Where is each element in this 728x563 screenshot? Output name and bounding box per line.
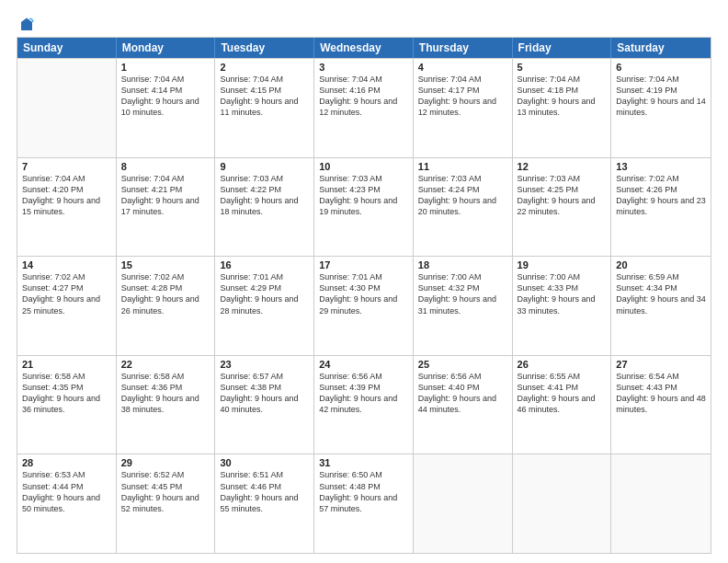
calendar-header-cell: Sunday (17, 38, 117, 58)
day-number: 27 (616, 359, 706, 370)
cell-info: Sunrise: 7:04 AM Sunset: 4:19 PM Dayligh… (616, 74, 706, 119)
header (17, 17, 711, 29)
day-number: 5 (518, 62, 607, 73)
cell-info: Sunrise: 7:02 AM Sunset: 4:28 PM Dayligh… (121, 271, 210, 316)
cell-info: Sunrise: 7:04 AM Sunset: 4:14 PM Dayligh… (121, 74, 210, 119)
day-number: 13 (616, 161, 706, 172)
calendar-cell: 25Sunrise: 6:56 AM Sunset: 4:40 PM Dayli… (414, 356, 513, 454)
calendar-cell (414, 454, 513, 553)
calendar-header-row: SundayMondayTuesdayWednesdayThursdayFrid… (17, 38, 711, 58)
calendar-cell: 26Sunrise: 6:55 AM Sunset: 4:41 PM Dayli… (513, 356, 612, 454)
day-number: 23 (220, 359, 309, 370)
calendar-cell: 2Sunrise: 7:04 AM Sunset: 4:15 PM Daylig… (215, 59, 314, 157)
calendar-header-cell: Thursday (414, 38, 513, 58)
calendar-cell: 1Sunrise: 7:04 AM Sunset: 4:14 PM Daylig… (117, 59, 216, 157)
cell-info: Sunrise: 7:04 AM Sunset: 4:16 PM Dayligh… (319, 74, 408, 119)
calendar-cell: 30Sunrise: 6:51 AM Sunset: 4:46 PM Dayli… (215, 454, 314, 553)
cell-info: Sunrise: 6:56 AM Sunset: 4:39 PM Dayligh… (319, 371, 408, 416)
day-number: 29 (121, 457, 210, 468)
cell-info: Sunrise: 6:52 AM Sunset: 4:45 PM Dayligh… (121, 469, 210, 514)
day-number: 8 (121, 161, 210, 172)
cell-info: Sunrise: 7:02 AM Sunset: 4:27 PM Dayligh… (22, 271, 111, 316)
logo-icon (18, 17, 35, 33)
cell-info: Sunrise: 7:03 AM Sunset: 4:24 PM Dayligh… (418, 173, 507, 218)
day-number: 1 (121, 62, 210, 73)
calendar-week-row: 28Sunrise: 6:53 AM Sunset: 4:44 PM Dayli… (17, 454, 711, 553)
cell-info: Sunrise: 7:04 AM Sunset: 4:18 PM Dayligh… (518, 74, 607, 119)
day-number: 16 (220, 259, 309, 270)
cell-info: Sunrise: 7:04 AM Sunset: 4:21 PM Dayligh… (121, 173, 210, 218)
calendar-week-row: 14Sunrise: 7:02 AM Sunset: 4:27 PM Dayli… (17, 256, 711, 355)
day-number: 25 (418, 359, 507, 370)
cell-info: Sunrise: 7:04 AM Sunset: 4:20 PM Dayligh… (22, 173, 111, 218)
calendar-cell: 11Sunrise: 7:03 AM Sunset: 4:24 PM Dayli… (414, 158, 513, 257)
cell-info: Sunrise: 7:01 AM Sunset: 4:29 PM Dayligh… (220, 271, 309, 316)
calendar-cell: 8Sunrise: 7:04 AM Sunset: 4:21 PM Daylig… (117, 158, 216, 257)
cell-info: Sunrise: 7:00 AM Sunset: 4:33 PM Dayligh… (518, 271, 607, 316)
calendar-cell: 3Sunrise: 7:04 AM Sunset: 4:16 PM Daylig… (314, 59, 414, 157)
day-number: 2 (220, 62, 309, 73)
calendar-header-cell: Tuesday (215, 38, 314, 58)
calendar-header-cell: Wednesday (314, 38, 414, 58)
day-number: 26 (518, 359, 607, 370)
calendar-cell: 13Sunrise: 7:02 AM Sunset: 4:26 PM Dayli… (611, 158, 711, 257)
cell-info: Sunrise: 6:57 AM Sunset: 4:38 PM Dayligh… (220, 371, 309, 416)
calendar-cell (611, 454, 711, 553)
calendar-cell: 31Sunrise: 6:50 AM Sunset: 4:48 PM Dayli… (314, 454, 414, 553)
day-number: 6 (616, 62, 706, 73)
calendar-header-cell: Friday (513, 38, 612, 58)
calendar-cell: 29Sunrise: 6:52 AM Sunset: 4:45 PM Dayli… (117, 454, 216, 553)
day-number: 30 (220, 457, 309, 468)
logo (17, 17, 35, 29)
day-number: 11 (418, 161, 507, 172)
day-number: 22 (121, 359, 210, 370)
calendar-cell (17, 59, 117, 157)
day-number: 4 (418, 62, 507, 73)
cell-info: Sunrise: 6:53 AM Sunset: 4:44 PM Dayligh… (22, 469, 111, 514)
cell-info: Sunrise: 6:50 AM Sunset: 4:48 PM Dayligh… (319, 469, 408, 514)
day-number: 17 (319, 259, 408, 270)
logo-text (17, 17, 35, 33)
calendar-cell: 17Sunrise: 7:01 AM Sunset: 4:30 PM Dayli… (314, 257, 414, 355)
cell-info: Sunrise: 7:04 AM Sunset: 4:17 PM Dayligh… (418, 74, 507, 119)
day-number: 12 (518, 161, 607, 172)
day-number: 15 (121, 259, 210, 270)
calendar-week-row: 7Sunrise: 7:04 AM Sunset: 4:20 PM Daylig… (17, 157, 711, 257)
day-number: 19 (518, 259, 607, 270)
cell-info: Sunrise: 7:00 AM Sunset: 4:32 PM Dayligh… (418, 271, 507, 316)
calendar-cell: 9Sunrise: 7:03 AM Sunset: 4:22 PM Daylig… (215, 158, 314, 257)
calendar-cell: 18Sunrise: 7:00 AM Sunset: 4:32 PM Dayli… (414, 257, 513, 355)
cell-info: Sunrise: 6:58 AM Sunset: 4:36 PM Dayligh… (121, 371, 210, 416)
calendar-cell: 16Sunrise: 7:01 AM Sunset: 4:29 PM Dayli… (215, 257, 314, 355)
calendar-cell: 22Sunrise: 6:58 AM Sunset: 4:36 PM Dayli… (117, 356, 216, 454)
calendar-cell (513, 454, 612, 553)
day-number: 10 (319, 161, 408, 172)
cell-info: Sunrise: 6:54 AM Sunset: 4:43 PM Dayligh… (616, 371, 706, 416)
calendar-cell: 5Sunrise: 7:04 AM Sunset: 4:18 PM Daylig… (513, 59, 612, 157)
calendar-body: 1Sunrise: 7:04 AM Sunset: 4:14 PM Daylig… (17, 58, 711, 553)
calendar: SundayMondayTuesdayWednesdayThursdayFrid… (17, 37, 711, 554)
day-number: 28 (22, 457, 111, 468)
calendar-cell: 4Sunrise: 7:04 AM Sunset: 4:17 PM Daylig… (414, 59, 513, 157)
calendar-cell: 27Sunrise: 6:54 AM Sunset: 4:43 PM Dayli… (611, 356, 711, 454)
calendar-header-cell: Monday (117, 38, 216, 58)
day-number: 21 (22, 359, 111, 370)
calendar-header-cell: Saturday (611, 38, 711, 58)
day-number: 14 (22, 259, 111, 270)
cell-info: Sunrise: 7:04 AM Sunset: 4:15 PM Dayligh… (220, 74, 309, 119)
day-number: 31 (319, 457, 408, 468)
cell-info: Sunrise: 7:02 AM Sunset: 4:26 PM Dayligh… (616, 173, 706, 218)
day-number: 24 (319, 359, 408, 370)
day-number: 7 (22, 161, 111, 172)
cell-info: Sunrise: 6:58 AM Sunset: 4:35 PM Dayligh… (22, 371, 111, 416)
day-number: 9 (220, 161, 309, 172)
day-number: 3 (319, 62, 408, 73)
day-number: 20 (616, 259, 706, 270)
cell-info: Sunrise: 6:56 AM Sunset: 4:40 PM Dayligh… (418, 371, 507, 416)
calendar-cell: 23Sunrise: 6:57 AM Sunset: 4:38 PM Dayli… (215, 356, 314, 454)
calendar-cell: 7Sunrise: 7:04 AM Sunset: 4:20 PM Daylig… (17, 158, 117, 257)
calendar-cell: 21Sunrise: 6:58 AM Sunset: 4:35 PM Dayli… (17, 356, 117, 454)
cell-info: Sunrise: 7:03 AM Sunset: 4:25 PM Dayligh… (518, 173, 607, 218)
calendar-cell: 24Sunrise: 6:56 AM Sunset: 4:39 PM Dayli… (314, 356, 414, 454)
calendar-cell: 15Sunrise: 7:02 AM Sunset: 4:28 PM Dayli… (117, 257, 216, 355)
